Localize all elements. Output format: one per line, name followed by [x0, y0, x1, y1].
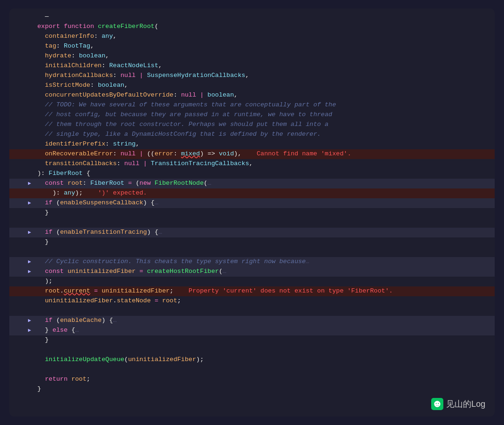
code-line: // host config, but because they are pas… [37, 110, 495, 120]
code-line: if (enableCache) {… [37, 316, 495, 326]
code-line [37, 247, 495, 257]
line-12: ▶ const root: FiberRoot = (new FiberRoot… [9, 179, 495, 188]
wechat-icon [431, 398, 443, 410]
code-line: initialChildren: ReactNodeList, [37, 61, 495, 71]
line-25: } [9, 384, 495, 394]
code-line: root.current = uninitializedFiber; Prope… [37, 286, 495, 296]
code-line: export function createFiberRoot( [37, 22, 495, 32]
code-line: const root: FiberRoot = (new FiberRootNo… [37, 179, 495, 188]
line-24: return root; [9, 375, 495, 384]
code-line: onRecoverableError: null | ((error: mixe… [37, 149, 495, 159]
line-comment-1: // TODO: We have several of these argume… [9, 100, 495, 110]
code-area: — export function createFiberRoot( conta… [9, 8, 495, 398]
code-line [37, 306, 495, 316]
line-error-3: root.current = uninitializedFiber; Prope… [9, 286, 495, 296]
line-7: isStrictMode: boolean, [9, 81, 495, 91]
code-line: hydrate: boolean, [37, 51, 495, 61]
code-line: ); [37, 277, 495, 286]
code-line: if (enableSuspenseCallback) {… [37, 198, 495, 208]
line-empty-5 [9, 365, 495, 375]
line-3: tag: RootTag, [9, 42, 495, 51]
code-line: uninitializedFiber.stateNode = root; [37, 296, 495, 306]
code-line: } [37, 208, 495, 218]
line-13: ▶ if (enableSuspenseCallback) {… [9, 198, 495, 208]
line-error-1: onRecoverableError: null | ((error: mixe… [9, 149, 495, 159]
code-line: // them through the root constructor. Pe… [37, 120, 495, 130]
code-line: } [37, 335, 495, 345]
code-line: tag: RootTag, [37, 42, 495, 51]
code-line: containerInfo: any, [37, 32, 495, 42]
code-line: isStrictMode: boolean, [37, 81, 495, 91]
line-empty-1 [9, 218, 495, 228]
line-14: } [9, 208, 495, 218]
code-line: // Cyclic construction. This cheats the … [37, 257, 495, 267]
line-21: ▶ } else {… [9, 326, 495, 335]
line-17: ▶ const uninitializedFiber = createHostR… [9, 267, 495, 277]
line-comment-5: ▶ // Cyclic construction. This cheats th… [9, 257, 495, 267]
line-23: initializeUpdateQueue(uninitializedFiber… [9, 355, 495, 365]
line-empty-3 [9, 306, 495, 316]
line-19: uninitializedFiber.stateNode = root; [9, 296, 495, 306]
line-11: ): FiberRoot { [9, 169, 495, 179]
line-18: ); [9, 277, 495, 286]
line-empty-4 [9, 345, 495, 355]
line-22: } [9, 335, 495, 345]
line-comment-3: // them through the root constructor. Pe… [9, 120, 495, 130]
watermark: 见山的Log [431, 398, 485, 410]
line-error-2: ): any); ')' expected. [9, 188, 495, 198]
code-line: transitionCallbacks: null | TransitionTr… [37, 159, 495, 169]
line-15: ▶ if (enableTransitionTracing) {… [9, 228, 495, 237]
code-line [37, 345, 495, 355]
code-line: concurrentUpdatesByDefaultOverride: null… [37, 91, 495, 100]
code-line: return root; [37, 375, 495, 384]
editor-container: — export function createFiberRoot( conta… [9, 8, 495, 417]
line-comment-2: // host config, but because they are pas… [9, 110, 495, 120]
line-9: identifierPrefix: string, [9, 139, 495, 149]
code-line: } [37, 237, 495, 247]
code-line: ): any); ')' expected. [37, 188, 495, 198]
line-number [9, 12, 28, 13]
line-1: export function createFiberRoot( [9, 22, 495, 32]
watermark-text: 见山的Log [446, 398, 485, 410]
code-line: ): FiberRoot { [37, 169, 495, 179]
line-16: } [9, 237, 495, 247]
code-line: identifierPrefix: string, [37, 139, 495, 149]
code-line: if (enableTransitionTracing) {… [37, 228, 495, 237]
code-line: initializeUpdateQueue(uninitializedFiber… [37, 355, 495, 365]
line-dash: — [9, 12, 495, 22]
code-line: // single type, like a DynamicHostConfig… [37, 130, 495, 139]
line-6: hydrationCallbacks: null | SuspenseHydra… [9, 71, 495, 81]
line-2: containerInfo: any, [9, 32, 495, 42]
code-line: hydrationCallbacks: null | SuspenseHydra… [37, 71, 495, 81]
line-empty-2 [9, 247, 495, 257]
line-20: ▶ if (enableCache) {… [9, 316, 495, 326]
code-line: const uninitializedFiber = createHostRoo… [37, 267, 495, 277]
line-10: transitionCallbacks: null | TransitionTr… [9, 159, 495, 169]
code-line [37, 218, 495, 228]
code-line [37, 365, 495, 375]
code-line: — [37, 12, 495, 22]
line-4: hydrate: boolean, [9, 51, 495, 61]
code-line: } else {… [37, 326, 495, 335]
line-comment-4: // single type, like a DynamicHostConfig… [9, 130, 495, 139]
line-5: initialChildren: ReactNodeList, [9, 61, 495, 71]
line-8: concurrentUpdatesByDefaultOverride: null… [9, 91, 495, 100]
code-line: // TODO: We have several of these argume… [37, 100, 495, 110]
code-line: } [37, 384, 495, 394]
